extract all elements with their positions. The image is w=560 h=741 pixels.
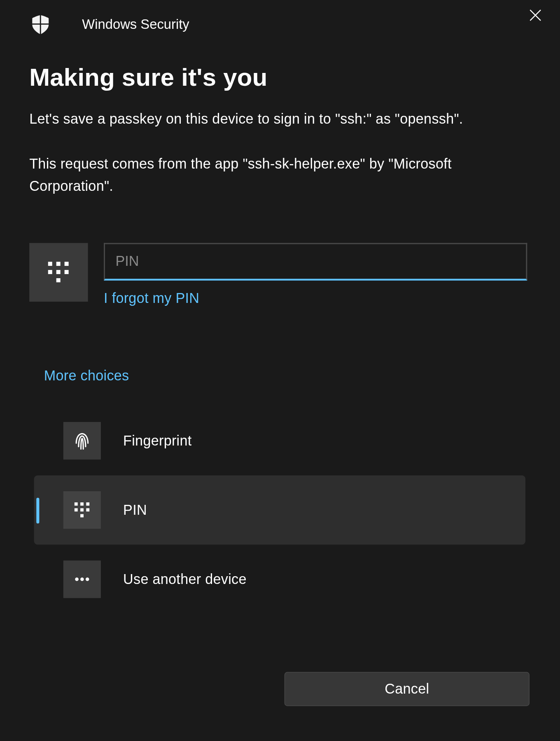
more-choices-link[interactable]: More choices: [44, 367, 531, 384]
svg-rect-10: [75, 508, 78, 511]
svg-point-15: [80, 577, 84, 581]
svg-rect-8: [80, 502, 84, 506]
forgot-pin-link[interactable]: I forgot my PIN: [104, 290, 199, 306]
choices-list: Fingerprint: [34, 406, 531, 614]
pin-pad-icon: [29, 243, 88, 301]
pin-pad-icon: [63, 491, 101, 529]
dialog-footer: Cancel: [285, 672, 530, 706]
dialog-header: Windows Security: [0, 0, 560, 41]
svg-point-16: [86, 577, 89, 581]
svg-rect-4: [56, 270, 61, 274]
description-text-1: Let's save a passkey on this device to s…: [29, 108, 531, 130]
cancel-button[interactable]: Cancel: [285, 672, 530, 706]
svg-rect-13: [80, 514, 84, 517]
choice-label: PIN: [123, 502, 147, 518]
shield-icon: [29, 13, 51, 35]
ellipsis-icon: [63, 560, 101, 598]
svg-rect-7: [75, 502, 78, 506]
close-button[interactable]: [527, 8, 544, 25]
description-text-2: This request comes from the app "ssh-sk-…: [29, 152, 531, 197]
dialog-content: Making sure it's you Let's save a passke…: [0, 41, 560, 614]
svg-rect-0: [48, 262, 52, 266]
svg-rect-2: [65, 262, 69, 266]
svg-rect-11: [80, 508, 84, 511]
choice-fingerprint[interactable]: Fingerprint: [34, 406, 531, 475]
choice-pin[interactable]: PIN: [34, 475, 525, 544]
pin-entry-row: I forgot my PIN: [29, 243, 531, 306]
pin-input[interactable]: [104, 243, 527, 280]
fingerprint-icon: [63, 422, 101, 460]
svg-rect-3: [48, 270, 52, 274]
choice-label: Fingerprint: [123, 432, 192, 449]
svg-rect-12: [86, 508, 89, 511]
svg-rect-5: [65, 270, 69, 274]
app-title: Windows Security: [82, 16, 189, 32]
pin-input-group: I forgot my PIN: [104, 243, 531, 306]
close-icon: [529, 9, 542, 24]
svg-rect-1: [56, 262, 61, 266]
svg-rect-9: [86, 502, 89, 506]
page-title: Making sure it's you: [29, 63, 531, 91]
choice-another-device[interactable]: Use another device: [34, 544, 531, 614]
choice-label: Use another device: [123, 571, 247, 587]
windows-security-dialog: Windows Security Making sure it's you Le…: [0, 0, 560, 729]
svg-rect-6: [56, 278, 61, 282]
svg-point-14: [75, 577, 79, 581]
